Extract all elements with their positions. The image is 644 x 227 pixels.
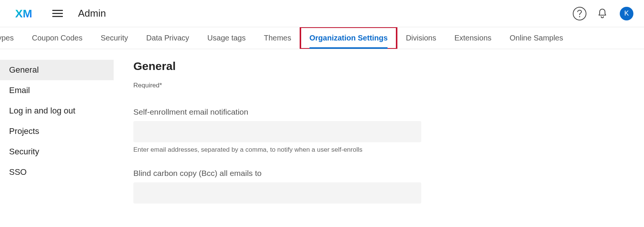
self-enrollment-email-input[interactable] — [133, 121, 421, 142]
field-label: Blind carbon copy (Bcc) all emails to — [133, 169, 553, 178]
xm-logo[interactable]: XM — [15, 8, 38, 20]
svg-text:XM: XM — [15, 8, 32, 20]
tab-usage-tags[interactable]: Usage tags — [198, 27, 255, 49]
sidebar-item-general[interactable]: General — [0, 60, 114, 80]
tab-coupon-codes[interactable]: Coupon Codes — [23, 27, 91, 49]
main-content: General Required* Self-enrollment email … — [114, 49, 568, 219]
sidebar-item-sso[interactable]: SSO — [0, 162, 114, 182]
page-title: General — [133, 60, 553, 73]
tabs: ypes Coupon Codes Security Data Privacy … — [0, 27, 644, 49]
tab-divisions[interactable]: Divisions — [397, 27, 445, 49]
topbar: XM Admin K — [0, 0, 644, 27]
avatar-letter: K — [624, 9, 629, 17]
avatar[interactable]: K — [620, 7, 633, 20]
sidebar-item-projects[interactable]: Projects — [0, 121, 114, 141]
field-self-enrollment-email: Self-enrollment email notification Enter… — [133, 107, 553, 154]
field-label: Self-enrollment email notification — [133, 107, 553, 117]
tab-security[interactable]: Security — [92, 27, 137, 49]
tab-online-samples[interactable]: Online Samples — [500, 27, 572, 49]
tab-themes[interactable]: Themes — [255, 27, 300, 49]
help-icon[interactable] — [573, 7, 586, 20]
tab-data-privacy[interactable]: Data Privacy — [137, 27, 198, 49]
sidebar-item-email[interactable]: Email — [0, 80, 114, 101]
field-bcc-all-emails: Blind carbon copy (Bcc) all emails to — [133, 169, 553, 204]
bell-icon[interactable] — [596, 7, 609, 20]
tab-organization-settings[interactable]: Organization Settings — [300, 27, 397, 49]
tab-types[interactable]: ypes — [0, 27, 23, 49]
field-help: Enter email addresses, separated by a co… — [133, 146, 553, 154]
bcc-all-emails-input[interactable] — [133, 182, 421, 204]
svg-point-1 — [579, 16, 580, 17]
sidebar-item-login-logout[interactable]: Log in and log out — [0, 101, 114, 121]
sidebar-item-security[interactable]: Security — [0, 141, 114, 162]
menu-icon[interactable] — [52, 8, 63, 19]
sidebar: General Email Log in and log out Project… — [0, 49, 114, 219]
tab-extensions[interactable]: Extensions — [445, 27, 500, 49]
app-title: Admin — [78, 8, 106, 19]
required-hint: Required* — [133, 82, 553, 89]
